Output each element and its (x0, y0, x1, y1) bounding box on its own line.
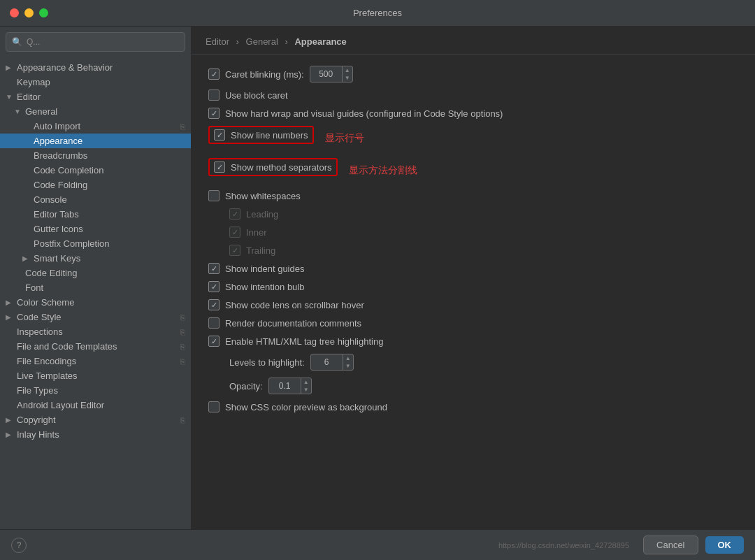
sidebar-item-label: Android Layout Editor (17, 400, 104, 410)
caret-blinking-input[interactable] (310, 69, 342, 79)
chevron-spacer (22, 122, 31, 131)
sidebar-item-inlay-hints[interactable]: ▶ Inlay Hints (0, 427, 191, 442)
chevron-icon: ▶ (6, 416, 14, 424)
sidebar-item-code-folding[interactable]: Code Folding (0, 178, 191, 192)
sidebar-item-smart-keys[interactable]: ▶ Smart Keys (0, 251, 191, 266)
show-whitespaces-checkbox[interactable] (208, 190, 220, 201)
leading-label: Leading (246, 209, 278, 220)
opacity-spinbox[interactable]: ▲ ▼ (268, 378, 312, 394)
sidebar-item-live-templates[interactable]: Live Templates (0, 368, 191, 383)
sidebar-item-font[interactable]: Font (0, 280, 191, 295)
chevron-icon: ▶ (6, 313, 14, 322)
close-button[interactable] (10, 8, 19, 17)
show-hard-wrap-label: Show hard wrap and visual guides (config… (225, 108, 503, 119)
show-intention-bulb-checkbox[interactable] (208, 281, 220, 292)
enable-html-xml-checkbox[interactable] (208, 336, 220, 347)
spinbox-up[interactable]: ▲ (301, 378, 311, 386)
caret-blinking-checkbox[interactable] (208, 69, 220, 80)
sidebar-item-android-layout-editor[interactable]: Android Layout Editor (0, 398, 191, 412)
trailing-label: Trailing (246, 245, 275, 256)
sidebar-item-label: Live Templates (17, 371, 77, 381)
show-hard-wrap-checkbox[interactable] (208, 108, 220, 119)
leading-checkbox[interactable] (229, 208, 240, 220)
help-button[interactable]: ? (11, 538, 27, 553)
chevron-spacer (6, 343, 14, 351)
sidebar-item-file-types[interactable]: File Types (0, 383, 191, 398)
cancel-button[interactable]: Cancel (643, 536, 698, 554)
caret-blinking-spinbox[interactable]: ▲ ▼ (310, 66, 353, 82)
sidebar-item-gutter-icons[interactable]: Gutter Icons (0, 222, 191, 236)
levels-highlight-input[interactable] (311, 357, 343, 367)
sidebar-item-label: Console (34, 194, 67, 205)
chevron-spacer (6, 372, 14, 380)
show-line-numbers-label: Show line numbers (231, 130, 308, 141)
sidebar-item-inspections[interactable]: Inspections ⎘ (0, 324, 191, 339)
spinbox-arrows: ▲ ▼ (342, 66, 352, 82)
search-placeholder: Q... (27, 37, 40, 47)
render-documentation-checkbox[interactable] (208, 317, 220, 329)
sidebar-item-editor-tabs[interactable]: Editor Tabs (0, 207, 191, 222)
chevron-spacer (22, 210, 31, 219)
sidebar-item-label: Code Editing (25, 268, 77, 278)
sidebar-item-label: Postfix Completion (34, 238, 109, 249)
spinbox-down[interactable]: ▼ (343, 74, 352, 82)
sidebar-item-label: Inlay Hints (17, 429, 59, 440)
sidebar-item-console[interactable]: Console (0, 192, 191, 207)
show-css-color-checkbox[interactable] (208, 401, 220, 412)
caret-blinking-label: Caret blinking (ms): (225, 69, 304, 80)
sidebar-item-copyright[interactable]: ▶ Copyright ⎘ (0, 412, 191, 427)
levels-highlight-spinbox[interactable]: ▲ ▼ (310, 354, 354, 371)
sidebar-item-code-editing[interactable]: Code Editing (0, 266, 191, 280)
spinbox-down[interactable]: ▼ (343, 362, 353, 370)
ok-button[interactable]: OK (705, 536, 745, 554)
show-line-numbers-highlighted: Show line numbers (208, 126, 314, 144)
bottom-bar: ? https://blog.csdn.net/weixin_42728895 … (0, 529, 755, 560)
sidebar-item-label: Auto Import (34, 121, 80, 131)
show-indent-guides-checkbox[interactable] (208, 263, 220, 274)
sidebar-item-label: Editor (17, 92, 41, 102)
settings-panel: Caret blinking (ms): ▲ ▼ Use block caret… (192, 55, 755, 529)
sidebar-item-appearance[interactable]: Appearance (0, 134, 191, 148)
levels-highlight-label: Levels to highlight: (229, 357, 305, 368)
sidebar-item-general[interactable]: ▼ General (0, 104, 191, 119)
spinbox-down[interactable]: ▼ (301, 386, 311, 394)
use-block-caret-checkbox[interactable] (208, 89, 220, 101)
breadcrumb-general: General (246, 36, 278, 47)
search-box[interactable]: 🔍 Q... (6, 32, 185, 52)
spinbox-up[interactable]: ▲ (343, 354, 353, 362)
maximize-button[interactable] (39, 8, 48, 17)
chevron-spacer (14, 284, 22, 292)
sidebar-item-breadcrumbs[interactable]: Breadcrumbs (0, 148, 191, 163)
window-controls[interactable] (10, 8, 48, 17)
chevron-spacer (22, 225, 31, 234)
sidebar-item-code-style[interactable]: ▶ Code Style ⎘ (0, 310, 191, 324)
spinbox-arrows: ▲ ▼ (343, 354, 353, 370)
spinbox-up[interactable]: ▲ (343, 66, 352, 74)
sidebar-item-postfix-completion[interactable]: Postfix Completion (0, 236, 191, 251)
sidebar-item-appearance-behavior[interactable]: ▶ Appearance & Behavior (0, 60, 191, 75)
opacity-input[interactable] (269, 381, 301, 391)
levels-highlight-row: Levels to highlight: ▲ ▼ (208, 354, 738, 371)
render-documentation-row: Render documentation comments (208, 317, 738, 329)
show-line-numbers-checkbox[interactable] (214, 129, 225, 141)
sidebar-item-color-scheme[interactable]: ▶ Color Scheme (0, 295, 191, 310)
show-method-sep-highlighted: Show method separators (208, 158, 338, 176)
sidebar-item-label: Copyright (17, 415, 56, 425)
show-css-color-row: Show CSS color preview as background (208, 401, 738, 412)
show-method-sep-checkbox[interactable] (214, 161, 225, 173)
sidebar-item-label: Editor Tabs (34, 209, 79, 220)
sidebar-item-keymap[interactable]: Keymap (0, 75, 191, 89)
sidebar-item-label: General (25, 106, 57, 117)
trailing-checkbox[interactable] (229, 245, 240, 256)
leading-row: Leading (208, 208, 738, 220)
sidebar-item-file-encodings[interactable]: File Encodings ⎘ (0, 354, 191, 368)
inner-checkbox[interactable] (229, 227, 240, 238)
minimize-button[interactable] (24, 8, 34, 17)
sidebar-item-editor[interactable]: ▼ Editor (0, 89, 191, 104)
sidebar-item-file-code-templates[interactable]: File and Code Templates ⎘ (0, 339, 191, 354)
show-code-lens-checkbox[interactable] (208, 299, 220, 310)
sidebar-item-code-completion[interactable]: Code Completion (0, 163, 191, 178)
copy-icon: ⎘ (180, 122, 185, 131)
sidebar-item-auto-import[interactable]: Auto Import ⎘ (0, 119, 191, 134)
show-indent-guides-label: Show indent guides (225, 264, 304, 274)
